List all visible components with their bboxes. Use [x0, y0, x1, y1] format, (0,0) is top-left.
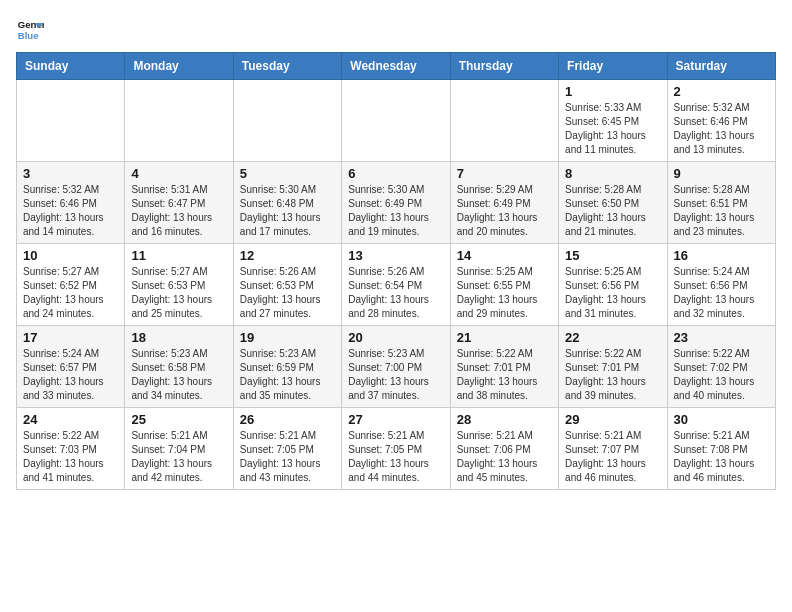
day-detail: Sunrise: 5:23 AM Sunset: 7:00 PM Dayligh… [348, 347, 443, 403]
calendar-cell: 16Sunrise: 5:24 AM Sunset: 6:56 PM Dayli… [667, 244, 775, 326]
calendar-cell: 8Sunrise: 5:28 AM Sunset: 6:50 PM Daylig… [559, 162, 667, 244]
day-number: 10 [23, 248, 118, 263]
calendar-cell: 10Sunrise: 5:27 AM Sunset: 6:52 PM Dayli… [17, 244, 125, 326]
day-detail: Sunrise: 5:24 AM Sunset: 6:56 PM Dayligh… [674, 265, 769, 321]
calendar-cell: 22Sunrise: 5:22 AM Sunset: 7:01 PM Dayli… [559, 326, 667, 408]
calendar-cell: 29Sunrise: 5:21 AM Sunset: 7:07 PM Dayli… [559, 408, 667, 490]
svg-text:Blue: Blue [18, 30, 39, 41]
calendar-week-row: 1Sunrise: 5:33 AM Sunset: 6:45 PM Daylig… [17, 80, 776, 162]
calendar-week-row: 24Sunrise: 5:22 AM Sunset: 7:03 PM Dayli… [17, 408, 776, 490]
day-detail: Sunrise: 5:24 AM Sunset: 6:57 PM Dayligh… [23, 347, 118, 403]
calendar-cell: 6Sunrise: 5:30 AM Sunset: 6:49 PM Daylig… [342, 162, 450, 244]
day-number: 21 [457, 330, 552, 345]
day-number: 9 [674, 166, 769, 181]
day-number: 7 [457, 166, 552, 181]
day-detail: Sunrise: 5:22 AM Sunset: 7:03 PM Dayligh… [23, 429, 118, 485]
day-detail: Sunrise: 5:25 AM Sunset: 6:55 PM Dayligh… [457, 265, 552, 321]
day-detail: Sunrise: 5:26 AM Sunset: 6:53 PM Dayligh… [240, 265, 335, 321]
calendar-cell: 26Sunrise: 5:21 AM Sunset: 7:05 PM Dayli… [233, 408, 341, 490]
day-number: 15 [565, 248, 660, 263]
day-number: 8 [565, 166, 660, 181]
calendar-cell: 4Sunrise: 5:31 AM Sunset: 6:47 PM Daylig… [125, 162, 233, 244]
day-detail: Sunrise: 5:28 AM Sunset: 6:51 PM Dayligh… [674, 183, 769, 239]
calendar-cell: 28Sunrise: 5:21 AM Sunset: 7:06 PM Dayli… [450, 408, 558, 490]
day-number: 28 [457, 412, 552, 427]
day-detail: Sunrise: 5:21 AM Sunset: 7:07 PM Dayligh… [565, 429, 660, 485]
day-number: 5 [240, 166, 335, 181]
day-detail: Sunrise: 5:21 AM Sunset: 7:04 PM Dayligh… [131, 429, 226, 485]
logo-icon: General Blue [16, 16, 44, 44]
calendar-cell: 1Sunrise: 5:33 AM Sunset: 6:45 PM Daylig… [559, 80, 667, 162]
calendar-cell: 2Sunrise: 5:32 AM Sunset: 6:46 PM Daylig… [667, 80, 775, 162]
day-number: 2 [674, 84, 769, 99]
calendar-cell: 15Sunrise: 5:25 AM Sunset: 6:56 PM Dayli… [559, 244, 667, 326]
day-number: 18 [131, 330, 226, 345]
day-detail: Sunrise: 5:21 AM Sunset: 7:06 PM Dayligh… [457, 429, 552, 485]
day-number: 22 [565, 330, 660, 345]
calendar-header-row: SundayMondayTuesdayWednesdayThursdayFrid… [17, 53, 776, 80]
day-number: 24 [23, 412, 118, 427]
calendar-cell [233, 80, 341, 162]
calendar-cell: 5Sunrise: 5:30 AM Sunset: 6:48 PM Daylig… [233, 162, 341, 244]
day-number: 27 [348, 412, 443, 427]
calendar-week-row: 3Sunrise: 5:32 AM Sunset: 6:46 PM Daylig… [17, 162, 776, 244]
day-detail: Sunrise: 5:32 AM Sunset: 6:46 PM Dayligh… [674, 101, 769, 157]
day-detail: Sunrise: 5:25 AM Sunset: 6:56 PM Dayligh… [565, 265, 660, 321]
day-detail: Sunrise: 5:30 AM Sunset: 6:49 PM Dayligh… [348, 183, 443, 239]
calendar-cell: 9Sunrise: 5:28 AM Sunset: 6:51 PM Daylig… [667, 162, 775, 244]
calendar-cell: 23Sunrise: 5:22 AM Sunset: 7:02 PM Dayli… [667, 326, 775, 408]
calendar-cell: 25Sunrise: 5:21 AM Sunset: 7:04 PM Dayli… [125, 408, 233, 490]
day-detail: Sunrise: 5:23 AM Sunset: 6:58 PM Dayligh… [131, 347, 226, 403]
day-detail: Sunrise: 5:22 AM Sunset: 7:01 PM Dayligh… [565, 347, 660, 403]
header-sunday: Sunday [17, 53, 125, 80]
calendar-cell: 7Sunrise: 5:29 AM Sunset: 6:49 PM Daylig… [450, 162, 558, 244]
day-detail: Sunrise: 5:26 AM Sunset: 6:54 PM Dayligh… [348, 265, 443, 321]
day-number: 6 [348, 166, 443, 181]
day-detail: Sunrise: 5:27 AM Sunset: 6:52 PM Dayligh… [23, 265, 118, 321]
day-detail: Sunrise: 5:21 AM Sunset: 7:05 PM Dayligh… [240, 429, 335, 485]
day-detail: Sunrise: 5:33 AM Sunset: 6:45 PM Dayligh… [565, 101, 660, 157]
calendar-week-row: 10Sunrise: 5:27 AM Sunset: 6:52 PM Dayli… [17, 244, 776, 326]
logo: General Blue [16, 16, 48, 44]
day-number: 16 [674, 248, 769, 263]
day-detail: Sunrise: 5:23 AM Sunset: 6:59 PM Dayligh… [240, 347, 335, 403]
calendar-cell: 20Sunrise: 5:23 AM Sunset: 7:00 PM Dayli… [342, 326, 450, 408]
calendar-cell: 27Sunrise: 5:21 AM Sunset: 7:05 PM Dayli… [342, 408, 450, 490]
day-detail: Sunrise: 5:29 AM Sunset: 6:49 PM Dayligh… [457, 183, 552, 239]
calendar-cell: 3Sunrise: 5:32 AM Sunset: 6:46 PM Daylig… [17, 162, 125, 244]
header-saturday: Saturday [667, 53, 775, 80]
header-thursday: Thursday [450, 53, 558, 80]
day-detail: Sunrise: 5:27 AM Sunset: 6:53 PM Dayligh… [131, 265, 226, 321]
day-detail: Sunrise: 5:28 AM Sunset: 6:50 PM Dayligh… [565, 183, 660, 239]
day-number: 13 [348, 248, 443, 263]
day-number: 4 [131, 166, 226, 181]
calendar-cell: 11Sunrise: 5:27 AM Sunset: 6:53 PM Dayli… [125, 244, 233, 326]
day-number: 20 [348, 330, 443, 345]
calendar-cell: 21Sunrise: 5:22 AM Sunset: 7:01 PM Dayli… [450, 326, 558, 408]
day-number: 17 [23, 330, 118, 345]
day-number: 1 [565, 84, 660, 99]
calendar-cell [125, 80, 233, 162]
header-tuesday: Tuesday [233, 53, 341, 80]
day-number: 14 [457, 248, 552, 263]
day-number: 25 [131, 412, 226, 427]
calendar-cell: 30Sunrise: 5:21 AM Sunset: 7:08 PM Dayli… [667, 408, 775, 490]
calendar-cell: 24Sunrise: 5:22 AM Sunset: 7:03 PM Dayli… [17, 408, 125, 490]
header-wednesday: Wednesday [342, 53, 450, 80]
day-number: 11 [131, 248, 226, 263]
calendar-cell: 13Sunrise: 5:26 AM Sunset: 6:54 PM Dayli… [342, 244, 450, 326]
day-detail: Sunrise: 5:22 AM Sunset: 7:01 PM Dayligh… [457, 347, 552, 403]
calendar-cell: 17Sunrise: 5:24 AM Sunset: 6:57 PM Dayli… [17, 326, 125, 408]
day-detail: Sunrise: 5:21 AM Sunset: 7:05 PM Dayligh… [348, 429, 443, 485]
header-friday: Friday [559, 53, 667, 80]
calendar-table: SundayMondayTuesdayWednesdayThursdayFrid… [16, 52, 776, 490]
day-number: 12 [240, 248, 335, 263]
day-detail: Sunrise: 5:31 AM Sunset: 6:47 PM Dayligh… [131, 183, 226, 239]
day-detail: Sunrise: 5:22 AM Sunset: 7:02 PM Dayligh… [674, 347, 769, 403]
header-monday: Monday [125, 53, 233, 80]
calendar-cell: 18Sunrise: 5:23 AM Sunset: 6:58 PM Dayli… [125, 326, 233, 408]
day-number: 23 [674, 330, 769, 345]
day-number: 3 [23, 166, 118, 181]
calendar-week-row: 17Sunrise: 5:24 AM Sunset: 6:57 PM Dayli… [17, 326, 776, 408]
day-number: 29 [565, 412, 660, 427]
